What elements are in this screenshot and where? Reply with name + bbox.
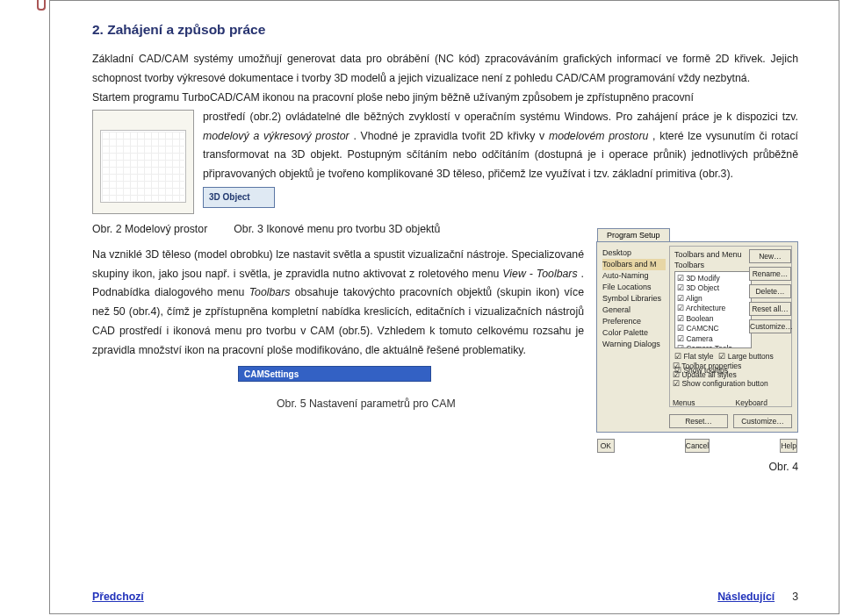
rename-button[interactable]: Rename… <box>749 267 791 281</box>
toolbar-props-label: Toolbar properties <box>673 362 768 370</box>
list-item[interactable]: 3D Modify <box>677 274 749 283</box>
ok-cancel-row: OK Cancel Help <box>597 439 797 453</box>
checkbox-flat[interactable]: Flat style <box>674 352 713 361</box>
list-item[interactable]: Preference <box>602 316 666 327</box>
page-container: 2. Zahájení a způsob práce Základní CAD/… <box>49 0 839 614</box>
body-para-2: prostředí (obr.2) ovládatelné dle běžnýc… <box>92 108 798 185</box>
help-button[interactable]: Help <box>780 439 797 453</box>
dialog-category-list[interactable]: Desktop Toolbars and M Auto-Naming File … <box>602 247 666 350</box>
cam-settings-titlebar: CAMSettings <box>238 366 431 382</box>
caption-fig3: Obr. 3 Ikonové menu pro tvorbu 3D objekt… <box>234 223 440 235</box>
figure-3d-object-icon: 3D Object <box>203 187 275 208</box>
delete-button[interactable]: Delete… <box>749 284 791 298</box>
bottom-buttons: Reset… Customize… <box>669 414 792 428</box>
next-link[interactable]: Následující <box>717 591 775 603</box>
reset-all-button[interactable]: Reset all… <box>749 302 791 316</box>
list-item[interactable]: File Locations <box>602 282 666 293</box>
intro-paragraph-2: Startem programu TurboCAD/CAM ikonou na … <box>92 89 798 108</box>
body-para-2-i1: modelový a výkresový prostor <box>203 130 349 142</box>
list-item[interactable]: Desktop <box>602 247 666 259</box>
cancel-button[interactable]: Cancel <box>685 439 710 453</box>
new-button[interactable]: New… <box>749 249 791 263</box>
list-item[interactable]: Warning Dialogs <box>602 339 666 350</box>
floated-block: prostředí (obr.2) ovládatelné dle běžnýc… <box>92 108 798 216</box>
caption-fig2: Obr. 2 Modelový prostor <box>92 223 207 235</box>
checkbox-large[interactable]: Large buttons <box>718 352 773 361</box>
checkbox-update-styles[interactable]: Update all styles <box>673 370 768 379</box>
body-para-3-i1: View - Toolbars <box>502 268 577 280</box>
intro-paragraph: Základní CAD/CAM systémy umožňují genero… <box>92 50 798 89</box>
section-heading: 2. Zahájení a způsob práce <box>92 22 798 38</box>
list-item[interactable]: Camera Tools <box>677 344 749 348</box>
dialog-side-buttons: New… Rename… Delete… Reset all… Customiz… <box>749 249 791 333</box>
figure-2-thumbnail <box>92 110 194 214</box>
body-para-2b: . Vhodné je zpravidla tvořit 2D křivky v <box>353 130 549 142</box>
customize-button[interactable]: Customize… <box>749 319 791 333</box>
list-item[interactable]: Symbol Libraries <box>602 293 666 304</box>
list-item[interactable]: CAMCNC <box>677 324 749 333</box>
figure-4-dialog: Program Setup Desktop Toolbars and M Aut… <box>596 241 798 433</box>
toolbar-properties: Toolbar properties Update all styles Sho… <box>673 362 768 388</box>
page-footer: Předchozí Následující 3 <box>92 591 798 603</box>
intro-paragraph-2-text: Startem programu TurboCAD/CAM ikonou na … <box>92 91 694 104</box>
caption-fig4: Obr. 4 <box>769 461 799 473</box>
prev-link[interactable]: Předchozí <box>92 591 144 603</box>
reset-button[interactable]: Reset… <box>669 414 728 428</box>
list-item[interactable]: Toolbars and M <box>602 259 666 270</box>
list-item[interactable]: General <box>602 304 666 316</box>
list-item[interactable]: Boolean <box>677 314 749 324</box>
list-item[interactable]: 3D Object <box>677 283 749 293</box>
ok-button[interactable]: OK <box>597 439 615 453</box>
list-item[interactable]: Architecture <box>677 304 749 313</box>
menus-label: Menus <box>673 398 695 407</box>
figure-2-grid <box>102 132 184 201</box>
menus-row: Menus Keyboard <box>673 398 767 407</box>
keyboard-label: Keyboard <box>736 398 767 407</box>
customize-button-2[interactable]: Customize… <box>733 414 792 428</box>
list-item[interactable]: Align <box>677 294 749 304</box>
body-para-2a: prostředí (obr.2) ovládatelné dle běžnýc… <box>203 111 798 123</box>
dialog-tab[interactable]: Program Setup <box>597 228 670 241</box>
captions-row: Obr. 2 Modelový prostor Obr. 3 Ikonové m… <box>92 223 798 235</box>
list-item[interactable]: Color Palette <box>602 327 666 339</box>
toolbars-listbox[interactable]: 3D Modify 3D Object Align Architecture B… <box>674 271 752 348</box>
body-para-2-i2: modelovém prostoru <box>549 130 648 142</box>
checkbox-show-config[interactable]: Show configuration button <box>673 379 768 388</box>
page-number: 3 <box>792 591 798 603</box>
body-para-3: Na vzniklé 3D těleso (model obrobku) lze… <box>92 246 584 361</box>
body-para-3-i2: Toolbars <box>249 286 291 298</box>
list-item[interactable]: Camera <box>677 334 749 344</box>
list-item[interactable]: Auto-Naming <box>602 270 666 282</box>
intro-paragraph-text-a: Základní CAD/CAM systémy umožňují genero… <box>92 53 798 84</box>
